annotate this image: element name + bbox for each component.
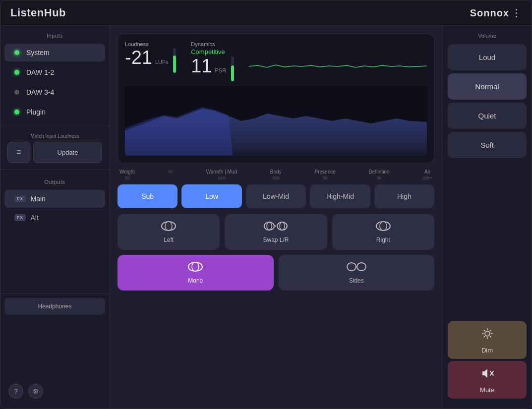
right-bottom-actions: Dim Mute — [443, 321, 532, 404]
loudness-value-row: -21 LUFs — [125, 48, 176, 73]
input-daw34[interactable]: DAW 3-4 — [4, 83, 105, 101]
mute-button[interactable]: Mute — [448, 361, 527, 399]
daw12-label: DAW 1-2 — [26, 68, 54, 76]
freq-label-weight: Weight 20 — [119, 169, 135, 180]
freq-labels: Weight 20 60 Warmth | Mud 240 Body 900 — [118, 169, 434, 180]
vol-btn-normal[interactable]: Normal — [448, 73, 527, 100]
routing-section: Left Swap L/R — [118, 214, 434, 291]
mono-icon — [187, 261, 203, 274]
brand-logo: Sonnox — [470, 7, 522, 19]
headphones-section: Headphones — [0, 290, 109, 317]
match-bars-icon: ≡ — [16, 148, 21, 157]
left-sidebar: Inputs System DAW 1-2 DAW 3-4 Plugin Mat… — [0, 26, 110, 409]
main-fx-badge: FX — [14, 195, 26, 202]
svg-point-2 — [162, 222, 176, 231]
svg-point-13 — [347, 263, 356, 271]
freq-btn-high-mid[interactable]: High-Mid — [310, 184, 370, 208]
svg-point-11 — [188, 262, 202, 271]
routing-btn-left[interactable]: Left — [118, 214, 220, 250]
loudness-unit: LUFs — [155, 59, 168, 65]
help-button[interactable]: ? — [8, 384, 23, 399]
svg-point-7 — [277, 222, 287, 230]
alt-fx-badge: FX — [14, 214, 26, 221]
vol-btn-quiet[interactable]: Quiet — [448, 103, 527, 129]
left-label: Left — [164, 236, 174, 243]
svg-point-12 — [192, 262, 199, 271]
freq-label-air: Air 20k+ — [422, 169, 432, 180]
divider1 — [0, 126, 109, 126]
svg-point-10 — [380, 222, 387, 231]
routing-btn-mono[interactable]: Mono — [118, 255, 274, 291]
left-icon — [161, 221, 177, 234]
dynamics-value: 11 — [191, 57, 212, 75]
inputs-label: Inputs — [0, 31, 109, 43]
match-icon-button[interactable]: ≡ — [7, 142, 30, 163]
main-layout: Inputs System DAW 1-2 DAW 3-4 Plugin Mat… — [0, 26, 532, 409]
freq-label-body: Body 900 — [270, 169, 282, 180]
output-main[interactable]: FX Main — [4, 190, 105, 208]
loudness-meter: Loudness -21 LUFs — [125, 41, 176, 81]
spectrum-display — [125, 86, 427, 156]
routing-row2: Mono Sides — [118, 255, 434, 291]
svg-point-8 — [280, 222, 285, 230]
routing-btn-right[interactable]: Right — [332, 214, 434, 250]
svg-point-5 — [267, 222, 272, 230]
center-panel: Loudness -21 LUFs Dynamics Competitive — [110, 26, 442, 409]
output-alt[interactable]: FX Alt — [4, 209, 105, 227]
svg-point-9 — [376, 222, 390, 231]
freq-label-empty: 60 — [168, 169, 173, 180]
swap-icon — [263, 221, 288, 234]
divider2 — [0, 170, 109, 170]
sides-label: Sides — [349, 277, 364, 284]
dynamics-unit: PSR — [215, 67, 226, 73]
update-button[interactable]: Update — [33, 142, 102, 163]
routing-btn-swap[interactable]: Swap L/R — [225, 214, 327, 250]
waveform-container — [125, 86, 427, 156]
input-system[interactable]: System — [4, 44, 105, 61]
dim-icon — [480, 327, 494, 344]
header: ListenHub Sonnox — [0, 0, 532, 26]
svg-point-3 — [165, 222, 172, 231]
loudness-bar-fill — [173, 56, 176, 73]
input-daw12[interactable]: DAW 1-2 — [4, 63, 105, 81]
freq-btn-sub[interactable]: Sub — [118, 184, 177, 208]
vol-btn-loud[interactable]: Loud — [448, 44, 527, 70]
svg-marker-1 — [125, 107, 233, 156]
match-label: Match Input Loudness — [7, 133, 102, 139]
plugin-dot — [14, 110, 19, 115]
loudness-bar — [173, 48, 176, 73]
freq-buttons: Sub Low Low-Mid High-Mid High — [118, 184, 434, 208]
app-container: ListenHub Sonnox Inputs System DAW 1-2 D… — [0, 0, 532, 409]
outputs-label: Outputs — [0, 177, 109, 189]
dynamics-mode: Competitive — [191, 48, 234, 56]
freq-btn-low[interactable]: Low — [181, 184, 241, 208]
main-label: Main — [31, 195, 46, 203]
right-icon — [375, 221, 391, 234]
headphones-bar[interactable]: Headphones — [4, 298, 105, 315]
outputs-section: Outputs FX Main FX Alt — [0, 177, 109, 228]
loudness-value: -21 — [125, 48, 152, 67]
freq-btn-low-mid[interactable]: Low-Mid — [246, 184, 306, 208]
dim-button[interactable]: Dim — [448, 321, 527, 359]
analyzer-section: Loudness -21 LUFs Dynamics Competitive — [118, 34, 434, 163]
settings-button[interactable]: ⚙ — [28, 384, 43, 399]
input-plugin[interactable]: Plugin — [4, 103, 105, 121]
dynamics-title: Dynamics — [191, 41, 234, 47]
dynamics-bar-fill — [231, 65, 234, 82]
dynamics-bar — [231, 57, 234, 81]
freq-label-presence: Presence 5k — [315, 169, 336, 180]
right-sidebar: Volume Loud Normal Quiet Soft Dim — [442, 26, 532, 409]
right-label: Right — [376, 236, 390, 243]
system-label: System — [26, 49, 50, 57]
freq-label-definition: Definition 5k — [369, 169, 390, 180]
routing-btn-sides[interactable]: Sides — [279, 255, 435, 291]
match-controls: ≡ Update — [7, 142, 102, 163]
sides-icon — [347, 261, 366, 274]
freq-btn-high[interactable]: High — [374, 184, 434, 208]
freq-label-warmth: Warmth | Mud 240 — [206, 169, 237, 180]
vol-btn-soft[interactable]: Soft — [448, 132, 527, 158]
dynamics-meter: Dynamics Competitive 11 PSR — [191, 41, 234, 81]
analyzer-header: Loudness -21 LUFs Dynamics Competitive — [125, 41, 427, 81]
svg-point-15 — [485, 331, 490, 336]
system-dot — [14, 50, 19, 55]
